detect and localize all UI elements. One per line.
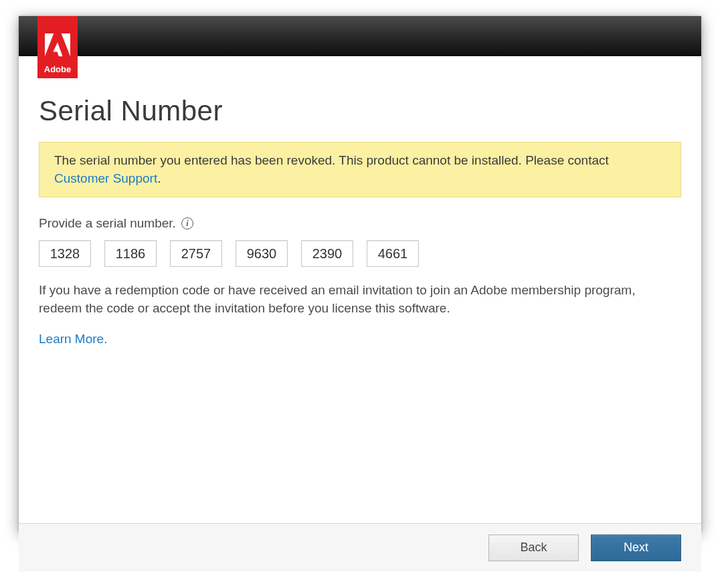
prompt-label: Provide a serial number.	[39, 216, 176, 231]
titlebar: Adobe	[19, 16, 701, 56]
info-icon[interactable]: i	[181, 217, 193, 229]
adobe-a-icon	[45, 33, 70, 59]
helper-text: If you have a redemption code or have re…	[39, 282, 681, 317]
serial-segment-3[interactable]	[170, 240, 222, 267]
content-area: Serial Number The serial number you ente…	[19, 95, 701, 571]
serial-segment-5[interactable]	[301, 240, 353, 267]
alert-message: The serial number you entered has been r…	[54, 153, 609, 167]
customer-support-link[interactable]: Customer Support	[54, 171, 157, 185]
serial-segment-1[interactable]	[39, 240, 91, 267]
page-title: Serial Number	[39, 95, 681, 127]
serial-segment-6[interactable]	[367, 240, 419, 267]
adobe-logo-text: Adobe	[44, 64, 71, 74]
serial-segment-4[interactable]	[236, 240, 288, 267]
prompt-row: Provide a serial number. i	[39, 216, 681, 231]
serial-input-group	[39, 240, 681, 267]
serial-segment-2[interactable]	[104, 240, 157, 267]
installer-window: Adobe Serial Number The serial number yo…	[19, 16, 701, 533]
alert-box: The serial number you entered has been r…	[39, 142, 681, 197]
footer: Back Next	[19, 523, 701, 571]
back-button[interactable]: Back	[488, 535, 579, 561]
alert-suffix: .	[157, 171, 161, 185]
next-button[interactable]: Next	[591, 535, 681, 561]
learn-more-link[interactable]: Learn More.	[39, 332, 107, 346]
adobe-logo: Adobe	[37, 16, 78, 78]
